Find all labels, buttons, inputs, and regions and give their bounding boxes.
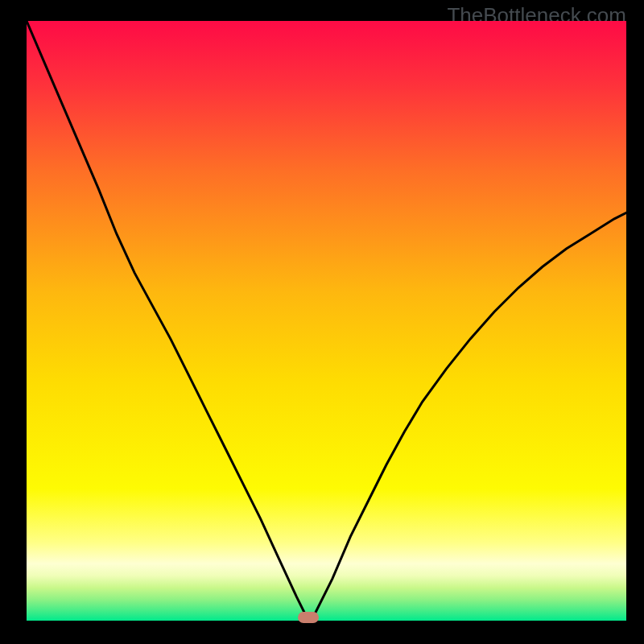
chart-frame: TheBottleneck.com [0, 0, 644, 644]
gradient-background [27, 21, 626, 621]
bottleneck-chart [27, 21, 626, 621]
minimum-marker [298, 612, 319, 623]
